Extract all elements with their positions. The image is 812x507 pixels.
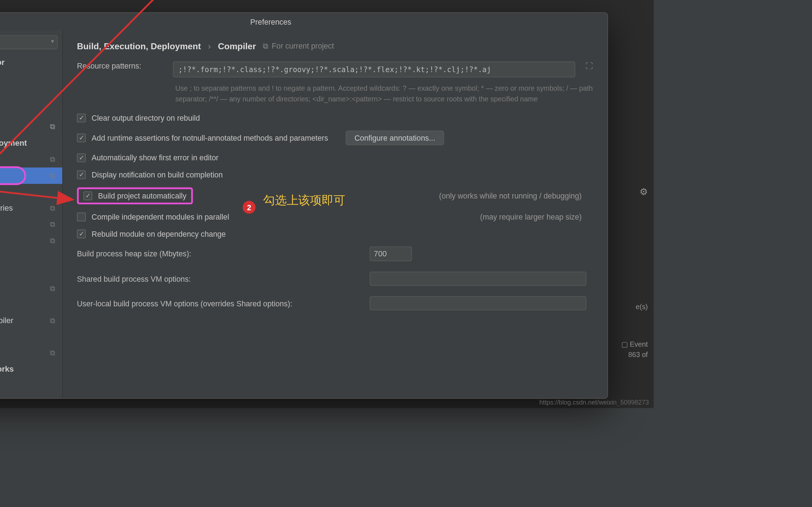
heap-size-input[interactable] xyxy=(370,246,412,261)
settings-nav-item[interactable]: ▾Build, Execution, Deployment xyxy=(0,135,62,151)
settings-nav-item[interactable]: ▸Java Profiler xyxy=(0,328,62,345)
checkbox[interactable] xyxy=(77,154,86,162)
checkbox-label: Display notification on build completion xyxy=(92,170,223,179)
checkbox[interactable] xyxy=(77,114,86,122)
watermark: https://blog.csdn.net/weixin_50998273 xyxy=(540,399,649,406)
settings-nav-item[interactable]: ▸Android xyxy=(0,248,62,265)
heap-size-label: Build process heap size (Mbytes): xyxy=(77,250,358,258)
settings-nav-item[interactable]: ▸Compiler⧉ xyxy=(0,167,62,184)
settings-nav-item[interactable]: ▸Build Tools⧉ xyxy=(0,151,62,167)
settings-nav-item[interactable]: ▸Languages & Frameworks xyxy=(0,361,62,377)
checkbox-label: Add runtime assertions for notnull-annot… xyxy=(92,134,328,142)
copy-icon: ⧉ xyxy=(50,284,55,292)
checkbox-row: Clear output directory on rebuild xyxy=(77,114,593,122)
shared-vm-input[interactable] xyxy=(370,272,586,286)
checkbox-label: Build project automatically xyxy=(98,191,187,200)
settings-nav-item[interactable]: ▸Docker xyxy=(0,296,62,313)
shared-vm-label: Shared build process VM options: xyxy=(77,274,358,283)
checkbox-label: Automatically show first error in editor xyxy=(92,154,219,162)
settings-nav-item[interactable]: Arquillian Containers⧉ xyxy=(0,232,62,248)
checkbox[interactable] xyxy=(84,191,92,200)
resource-patterns-label: Resource patterns: xyxy=(77,61,165,70)
checkbox-row: Compile independent modules in parallel(… xyxy=(77,212,593,221)
checkbox-row: Rebuild module on dependency change xyxy=(77,230,593,239)
resource-hint: Use ; to separate patterns and ! to nega… xyxy=(175,83,593,104)
settings-sidebar: 🔍 ▾ ▸Appearance & BehaviorKeymap▸EditorP… xyxy=(0,30,63,398)
checkbox-note: (only works while not running / debuggin… xyxy=(439,191,593,200)
checkbox-label: Clear output directory on rebuild xyxy=(92,114,200,122)
checkbox-row: Automatically show first error in editor xyxy=(77,154,593,162)
settings-nav-item[interactable]: ▸Deployment⧉ xyxy=(0,216,62,232)
checkbox[interactable] xyxy=(77,170,86,179)
copy-icon: ⧉ xyxy=(50,122,55,131)
copy-icon: ⧉ xyxy=(50,172,55,180)
settings-content: Build, Execution, Deployment › Compiler … xyxy=(63,30,607,398)
checkbox[interactable] xyxy=(77,212,86,221)
copy-icon: ⧉ xyxy=(263,41,268,51)
copy-icon: ⧉ xyxy=(50,220,55,229)
checkbox-row: Build project automatically(only works w… xyxy=(77,187,593,205)
annotation-badge-2: 2 xyxy=(243,201,256,214)
configure-annotations-button[interactable]: Configure annotations... xyxy=(346,131,444,145)
settings-nav-item[interactable]: Plugins xyxy=(0,102,62,118)
copy-icon: ⧉ xyxy=(50,316,55,325)
ide-gear-icon[interactable]: ⚙ xyxy=(621,186,648,197)
checkbox[interactable] xyxy=(77,230,86,239)
dialog-title: Preferences xyxy=(0,17,607,26)
dialog-titlebar: Preferences xyxy=(0,13,607,30)
copy-icon: ⧉ xyxy=(50,204,55,212)
settings-nav-item[interactable]: Keymap xyxy=(0,70,62,86)
user-vm-input[interactable] xyxy=(370,296,586,310)
expand-icon[interactable]: ⛶ xyxy=(586,61,593,70)
settings-nav-item[interactable]: ▸Editor xyxy=(0,86,62,102)
settings-breadcrumb: Build, Execution, Deployment › Compiler … xyxy=(77,41,593,51)
checkbox-row: Display notification on build completion xyxy=(77,170,593,179)
status-right: ⚙ e(s) ▢ Event 863 of xyxy=(621,186,648,361)
settings-nav-item[interactable]: ▸Appearance & Behavior xyxy=(0,54,62,70)
checkbox-label: Rebuild module on dependency change xyxy=(92,230,226,239)
settings-nav-item[interactable]: ▸Debugger xyxy=(0,184,62,200)
settings-nav-item[interactable]: Application Servers xyxy=(0,265,62,280)
settings-nav-item[interactable]: Gradle-Android Compiler⧉ xyxy=(0,313,62,328)
checkbox-row: Add runtime assertions for notnull-annot… xyxy=(77,131,593,145)
resource-patterns-input[interactable] xyxy=(173,61,575,77)
checkbox[interactable] xyxy=(77,134,86,142)
settings-search[interactable]: 🔍 ▾ xyxy=(0,35,57,49)
checkbox-label: Compile independent modules in parallel xyxy=(92,212,229,221)
settings-nav-item[interactable]: Remote Jar Repositories⧉ xyxy=(0,200,62,216)
checkbox-note: (may require larger heap size) xyxy=(480,212,593,221)
copy-icon: ⧉ xyxy=(50,348,55,357)
settings-nav-item[interactable]: Required Plugins⧉ xyxy=(0,345,62,361)
copy-icon: ⧉ xyxy=(50,155,55,164)
settings-nav-item[interactable]: Coverage⧉ xyxy=(0,280,62,296)
settings-search-input[interactable] xyxy=(0,35,57,49)
preferences-dialog: Preferences 🔍 ▾ ▸Appearance & BehaviorKe… xyxy=(0,12,608,399)
copy-icon: ⧉ xyxy=(50,236,55,245)
user-vm-label: User-local build process VM options (ove… xyxy=(77,299,358,308)
build-auto-highlight: Build project automatically xyxy=(77,187,193,205)
settings-nav-item[interactable]: ▸Version Control⧉ xyxy=(0,118,62,135)
